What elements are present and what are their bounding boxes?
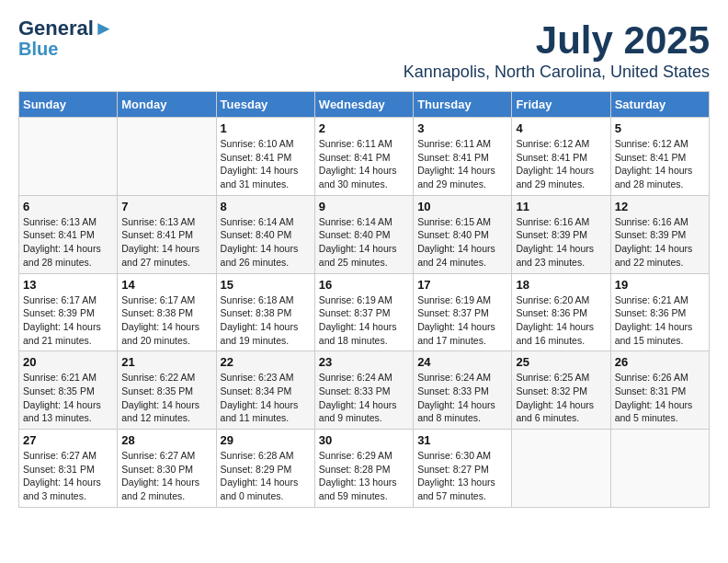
day-number: 9 [319, 200, 409, 213]
table-row: 4Sunrise: 6:12 AM Sunset: 8:41 PM Daylig… [512, 118, 610, 196]
logo-general: General [18, 17, 94, 40]
day-number: 10 [417, 200, 507, 213]
table-row: 19Sunrise: 6:21 AM Sunset: 8:36 PM Dayli… [610, 273, 709, 351]
page-header: General► Blue July 2025 Kannapolis, Nort… [18, 18, 710, 82]
table-row: 26Sunrise: 6:26 AM Sunset: 8:31 PM Dayli… [610, 351, 709, 430]
day-number: 24 [417, 355, 507, 369]
day-detail: Sunrise: 6:24 AM Sunset: 8:33 PM Dayligh… [417, 371, 507, 425]
table-row: 5Sunrise: 6:12 AM Sunset: 8:41 PM Daylig… [610, 118, 709, 196]
day-detail: Sunrise: 6:15 AM Sunset: 8:40 PM Dayligh… [417, 215, 507, 270]
day-number: 8 [221, 200, 311, 213]
table-row: 15Sunrise: 6:18 AM Sunset: 8:38 PM Dayli… [216, 273, 314, 351]
day-number: 15 [221, 278, 311, 292]
table-row: 10Sunrise: 6:15 AM Sunset: 8:40 PM Dayli… [414, 195, 512, 273]
table-row [19, 118, 118, 196]
table-row: 28Sunrise: 6:27 AM Sunset: 8:30 PM Dayli… [118, 430, 216, 508]
day-detail: Sunrise: 6:10 AM Sunset: 8:41 PM Dayligh… [221, 137, 311, 191]
day-detail: Sunrise: 6:30 AM Sunset: 8:27 PM Dayligh… [417, 449, 507, 503]
day-detail: Sunrise: 6:11 AM Sunset: 8:41 PM Dayligh… [417, 137, 507, 191]
day-number: 2 [319, 121, 409, 135]
table-row: 14Sunrise: 6:17 AM Sunset: 8:38 PM Dayli… [118, 273, 216, 351]
day-detail: Sunrise: 6:18 AM Sunset: 8:38 PM Dayligh… [221, 293, 311, 348]
col-thursday: Thursday [414, 92, 512, 118]
day-number: 25 [516, 355, 606, 369]
day-number: 1 [221, 121, 311, 135]
table-row: 29Sunrise: 6:28 AM Sunset: 8:29 PM Dayli… [216, 430, 314, 508]
calendar-week-row: 20Sunrise: 6:21 AM Sunset: 8:35 PM Dayli… [19, 351, 710, 430]
day-number: 5 [615, 121, 705, 135]
table-row: 2Sunrise: 6:11 AM Sunset: 8:41 PM Daylig… [314, 118, 413, 196]
col-friday: Friday [512, 92, 610, 118]
table-row: 22Sunrise: 6:23 AM Sunset: 8:34 PM Dayli… [216, 351, 314, 430]
table-row: 27Sunrise: 6:27 AM Sunset: 8:31 PM Dayli… [19, 430, 118, 508]
day-number: 19 [615, 278, 705, 292]
table-row: 23Sunrise: 6:24 AM Sunset: 8:33 PM Dayli… [314, 351, 413, 430]
table-row: 6Sunrise: 6:13 AM Sunset: 8:41 PM Daylig… [19, 195, 118, 273]
day-detail: Sunrise: 6:17 AM Sunset: 8:38 PM Dayligh… [121, 293, 211, 348]
day-detail: Sunrise: 6:17 AM Sunset: 8:39 PM Dayligh… [23, 293, 113, 348]
calendar-week-row: 27Sunrise: 6:27 AM Sunset: 8:31 PM Dayli… [19, 430, 710, 508]
day-detail: Sunrise: 6:23 AM Sunset: 8:34 PM Dayligh… [221, 371, 311, 425]
logo-text: General► Blue [18, 18, 114, 59]
day-number: 26 [615, 355, 705, 369]
day-number: 12 [615, 200, 705, 213]
day-number: 21 [121, 355, 211, 369]
day-detail: Sunrise: 6:21 AM Sunset: 8:35 PM Dayligh… [23, 371, 113, 425]
day-number: 18 [516, 278, 606, 292]
col-monday: Monday [118, 92, 216, 118]
day-detail: Sunrise: 6:12 AM Sunset: 8:41 PM Dayligh… [516, 137, 606, 191]
day-detail: Sunrise: 6:13 AM Sunset: 8:41 PM Dayligh… [121, 215, 211, 270]
day-number: 28 [121, 433, 211, 447]
day-detail: Sunrise: 6:24 AM Sunset: 8:33 PM Dayligh… [319, 371, 409, 425]
table-row: 12Sunrise: 6:16 AM Sunset: 8:39 PM Dayli… [610, 195, 709, 273]
day-number: 29 [221, 433, 311, 447]
table-row: 25Sunrise: 6:25 AM Sunset: 8:32 PM Dayli… [512, 351, 610, 430]
day-detail: Sunrise: 6:26 AM Sunset: 8:31 PM Dayligh… [615, 371, 705, 425]
day-number: 6 [23, 200, 113, 213]
logo: General► Blue [18, 18, 114, 59]
table-row: 18Sunrise: 6:20 AM Sunset: 8:36 PM Dayli… [512, 273, 610, 351]
day-detail: Sunrise: 6:28 AM Sunset: 8:29 PM Dayligh… [221, 449, 311, 503]
day-detail: Sunrise: 6:20 AM Sunset: 8:36 PM Dayligh… [516, 293, 606, 348]
table-row: 3Sunrise: 6:11 AM Sunset: 8:41 PM Daylig… [414, 118, 512, 196]
table-row: 21Sunrise: 6:22 AM Sunset: 8:35 PM Dayli… [118, 351, 216, 430]
table-row: 8Sunrise: 6:14 AM Sunset: 8:40 PM Daylig… [216, 195, 314, 273]
table-row: 16Sunrise: 6:19 AM Sunset: 8:37 PM Dayli… [314, 273, 413, 351]
table-row: 13Sunrise: 6:17 AM Sunset: 8:39 PM Dayli… [19, 273, 118, 351]
day-detail: Sunrise: 6:29 AM Sunset: 8:28 PM Dayligh… [319, 449, 409, 503]
day-detail: Sunrise: 6:14 AM Sunset: 8:40 PM Dayligh… [319, 215, 409, 270]
day-detail: Sunrise: 6:27 AM Sunset: 8:30 PM Dayligh… [121, 449, 211, 503]
logo-blue-text: Blue [18, 39, 58, 59]
day-number: 17 [417, 278, 507, 292]
day-detail: Sunrise: 6:16 AM Sunset: 8:39 PM Dayligh… [516, 215, 606, 270]
day-detail: Sunrise: 6:22 AM Sunset: 8:35 PM Dayligh… [121, 371, 211, 425]
day-number: 30 [319, 433, 409, 447]
day-detail: Sunrise: 6:11 AM Sunset: 8:41 PM Dayligh… [319, 137, 409, 191]
table-row [512, 430, 610, 508]
table-row [610, 430, 709, 508]
day-detail: Sunrise: 6:19 AM Sunset: 8:37 PM Dayligh… [417, 293, 507, 348]
table-row [118, 118, 216, 196]
table-row: 20Sunrise: 6:21 AM Sunset: 8:35 PM Dayli… [19, 351, 118, 430]
table-row: 7Sunrise: 6:13 AM Sunset: 8:41 PM Daylig… [118, 195, 216, 273]
day-number: 16 [319, 278, 409, 292]
day-detail: Sunrise: 6:21 AM Sunset: 8:36 PM Dayligh… [615, 293, 705, 348]
day-number: 20 [23, 355, 113, 369]
col-sunday: Sunday [19, 92, 118, 118]
day-number: 22 [221, 355, 311, 369]
day-number: 13 [23, 278, 113, 292]
day-detail: Sunrise: 6:25 AM Sunset: 8:32 PM Dayligh… [516, 371, 606, 425]
table-row: 11Sunrise: 6:16 AM Sunset: 8:39 PM Dayli… [512, 195, 610, 273]
day-number: 27 [23, 433, 113, 447]
day-detail: Sunrise: 6:12 AM Sunset: 8:41 PM Dayligh… [615, 137, 705, 191]
calendar-header-row: Sunday Monday Tuesday Wednesday Thursday… [19, 92, 710, 118]
table-row: 9Sunrise: 6:14 AM Sunset: 8:40 PM Daylig… [314, 195, 413, 273]
day-number: 7 [121, 200, 211, 213]
day-number: 3 [417, 121, 507, 135]
calendar-week-row: 1Sunrise: 6:10 AM Sunset: 8:41 PM Daylig… [19, 118, 710, 196]
title-block: July 2025 Kannapolis, North Carolina, Un… [404, 18, 710, 82]
day-detail: Sunrise: 6:16 AM Sunset: 8:39 PM Dayligh… [615, 215, 705, 270]
table-row: 24Sunrise: 6:24 AM Sunset: 8:33 PM Dayli… [414, 351, 512, 430]
day-detail: Sunrise: 6:27 AM Sunset: 8:31 PM Dayligh… [23, 449, 113, 503]
col-saturday: Saturday [610, 92, 709, 118]
